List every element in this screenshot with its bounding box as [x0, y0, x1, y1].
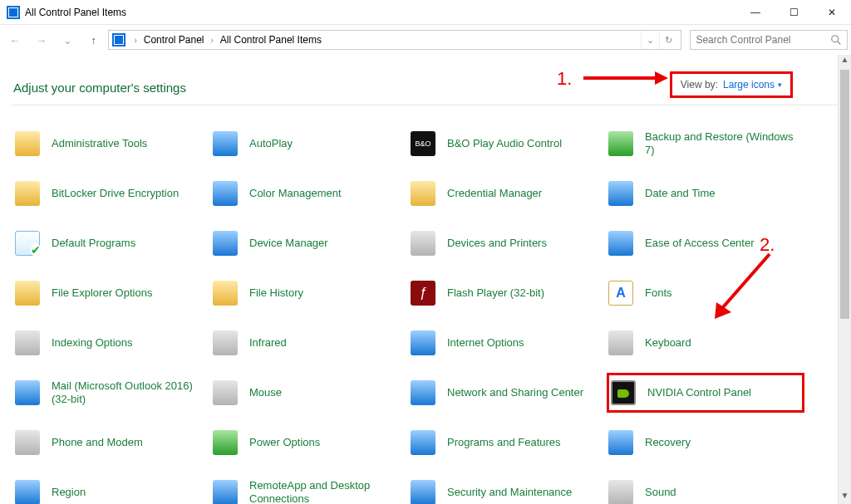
search-icon[interactable]: [830, 34, 842, 46]
item-device-manager[interactable]: Device Manager: [211, 223, 409, 263]
item-security-maintenance[interactable]: Security and Maintenance: [409, 472, 607, 504]
view-by-control[interactable]: View by: Large icons ▾: [670, 71, 793, 98]
item-infrared[interactable]: Infrared: [211, 323, 409, 363]
item-flash-player[interactable]: Flash Player (32-bit): [409, 273, 607, 313]
item-bo-play-audio-icon: [409, 130, 437, 158]
item-region[interactable]: Region: [13, 472, 211, 504]
scroll-thumb[interactable]: [840, 70, 849, 319]
item-backup-restore-label: Backup and Restore (Windows 7): [645, 130, 798, 158]
svg-line-1: [838, 42, 841, 45]
item-sound-icon: [607, 478, 635, 504]
item-programs-features-icon: [409, 428, 437, 457]
svg-point-0: [832, 36, 839, 42]
item-keyboard[interactable]: Keyboard: [607, 323, 804, 363]
app-icon: [7, 6, 20, 19]
item-fonts[interactable]: Fonts: [607, 273, 804, 313]
item-phone-modem-icon: [13, 428, 42, 457]
chevron-right-icon[interactable]: ›: [129, 36, 141, 45]
item-credential-manager-label: Credential Manager: [447, 187, 542, 200]
window-buttons: — ☐ ✕: [736, 0, 851, 25]
item-default-programs[interactable]: Default Programs: [13, 223, 211, 263]
item-default-programs-icon: [13, 229, 42, 257]
item-file-explorer-options-icon: [13, 279, 42, 307]
item-devices-printers[interactable]: Devices and Printers: [409, 223, 607, 263]
item-remoteapp-icon: [211, 478, 239, 504]
item-power-options-label: Power Options: [249, 436, 320, 449]
item-file-explorer-options[interactable]: File Explorer Options: [13, 273, 211, 313]
item-internet-options[interactable]: Internet Options: [409, 323, 607, 363]
item-ease-of-access[interactable]: Ease of Access Center: [607, 223, 804, 263]
breadcrumb-root[interactable]: Control Panel: [142, 34, 206, 46]
item-remoteapp-label: RemoteApp and Desktop Connections: [249, 479, 402, 504]
item-ease-of-access-icon: [607, 229, 635, 257]
item-file-history[interactable]: File History: [211, 273, 409, 313]
item-bo-play-audio[interactable]: B&O Play Audio Control: [409, 124, 607, 164]
item-color-management-icon: [211, 179, 239, 208]
item-color-management[interactable]: Color Management: [211, 174, 409, 213]
item-bitlocker-icon: [13, 179, 42, 208]
back-button[interactable]: ←: [3, 28, 27, 51]
item-power-options-icon: [211, 428, 239, 457]
item-indexing-options[interactable]: Indexing Options: [13, 323, 211, 363]
page-header: Adjust your computer's settings View by:…: [0, 55, 851, 105]
recent-locations-button[interactable]: ⌄: [56, 28, 79, 51]
item-administrative-tools[interactable]: Administrative Tools: [13, 124, 211, 164]
item-autoplay[interactable]: AutoPlay: [211, 124, 409, 164]
scroll-up-button[interactable]: ▲: [839, 55, 851, 68]
search-box[interactable]: [690, 30, 848, 50]
item-date-time[interactable]: Date and Time: [607, 174, 804, 213]
item-fonts-label: Fonts: [645, 286, 672, 300]
item-sound-label: Sound: [645, 486, 676, 499]
item-file-explorer-options-label: File Explorer Options: [52, 286, 152, 300]
item-sound[interactable]: Sound: [607, 472, 804, 504]
item-network-sharing[interactable]: Network and Sharing Center: [409, 373, 607, 413]
item-recovery[interactable]: Recovery: [607, 423, 804, 462]
chevron-down-icon: ▾: [778, 81, 782, 89]
control-panel-icon: [112, 33, 125, 46]
item-autoplay-icon: [211, 130, 239, 158]
items-grid: Administrative ToolsAutoPlayB&O Play Aud…: [0, 112, 851, 504]
minimize-button[interactable]: —: [736, 0, 775, 25]
refresh-button[interactable]: ↻: [659, 31, 677, 49]
view-by-value[interactable]: Large icons ▾: [723, 79, 782, 91]
item-phone-modem[interactable]: Phone and Modem: [13, 423, 211, 462]
item-power-options[interactable]: Power Options: [211, 423, 409, 462]
close-button[interactable]: ✕: [813, 0, 851, 25]
item-mouse[interactable]: Mouse: [211, 373, 409, 413]
item-remoteapp[interactable]: RemoteApp and Desktop Connections: [211, 472, 409, 504]
item-backup-restore[interactable]: Backup and Restore (Windows 7): [607, 124, 804, 164]
item-security-maintenance-icon: [409, 478, 437, 504]
item-phone-modem-label: Phone and Modem: [52, 436, 143, 449]
item-mail-outlook-icon: [13, 379, 42, 407]
item-fonts-icon: [607, 279, 635, 307]
maximize-button[interactable]: ☐: [775, 0, 813, 25]
item-credential-manager[interactable]: Credential Manager: [409, 174, 607, 213]
scrollbar[interactable]: ▲ ▼: [838, 55, 851, 504]
chevron-right-icon[interactable]: ›: [206, 36, 219, 45]
item-mail-outlook[interactable]: Mail (Microsoft Outlook 2016) (32-bit): [13, 373, 211, 413]
item-nvidia-control-panel[interactable]: NVIDIA Control Panel: [607, 373, 804, 413]
item-administrative-tools-icon: [13, 130, 42, 158]
forward-button[interactable]: →: [30, 28, 53, 51]
scroll-down-button[interactable]: ▼: [839, 491, 851, 504]
toolbar: ← → ⌄ ↑ › Control Panel › All Control Pa…: [0, 25, 851, 55]
item-indexing-options-icon: [13, 329, 42, 357]
breadcrumb-leaf[interactable]: All Control Panel Items: [219, 34, 323, 46]
item-region-icon: [13, 478, 42, 504]
item-default-programs-label: Default Programs: [52, 237, 135, 250]
item-flash-player-label: Flash Player (32-bit): [447, 286, 544, 300]
item-backup-restore-icon: [607, 130, 635, 158]
item-programs-features[interactable]: Programs and Features: [409, 423, 607, 462]
breadcrumb[interactable]: › Control Panel › All Control Panel Item…: [108, 30, 681, 50]
item-date-time-label: Date and Time: [645, 187, 716, 200]
search-input[interactable]: [696, 34, 830, 46]
item-mouse-label: Mouse: [249, 386, 282, 399]
up-button[interactable]: ↑: [82, 28, 106, 51]
item-network-sharing-label: Network and Sharing Center: [447, 386, 583, 399]
item-device-manager-icon: [211, 229, 239, 257]
item-recovery-icon: [607, 428, 635, 457]
item-bitlocker[interactable]: BitLocker Drive Encryption: [13, 174, 211, 213]
item-recovery-label: Recovery: [645, 436, 691, 449]
breadcrumb-dropdown[interactable]: ⌄: [641, 31, 659, 49]
item-bitlocker-label: BitLocker Drive Encryption: [52, 187, 179, 200]
